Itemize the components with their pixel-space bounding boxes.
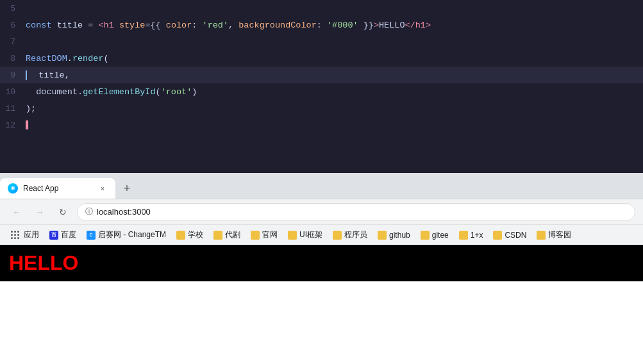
folder-icon-official	[251, 231, 260, 240]
browser-tab[interactable]: ⚛ React App ×	[0, 178, 115, 199]
back-button[interactable]: ←	[8, 203, 26, 221]
bookmark-baidu-label: 百度	[61, 229, 76, 240]
line-content-11: );	[26, 104, 36, 113]
bookmarks-bar: 应用 百 百度 C 启赛网 - ChangeTM 学校 代剧 官网 UI框架	[0, 224, 643, 245]
folder-icon-school	[176, 231, 185, 240]
line-content-12: ▌	[26, 120, 31, 130]
tab-title: React App	[23, 184, 92, 193]
bookmark-github-label: github	[389, 231, 410, 240]
code-line-7: 7	[0, 33, 643, 50]
code-line-9: 9 title,	[0, 67, 643, 83]
bookmark-programmer-label: 程序员	[344, 229, 367, 240]
folder-icon-github	[378, 231, 387, 240]
info-icon: ⓘ	[85, 206, 93, 217]
line-content-9: title,	[26, 70, 70, 80]
code-line-8: 8 ReactDOM.render(	[0, 50, 643, 67]
folder-icon-programmer	[333, 231, 342, 240]
folder-icon-gitee	[421, 231, 430, 240]
line-content-6: const title = <h1 style={{ color: 'red',…	[26, 21, 431, 30]
folder-icon-ui	[288, 231, 297, 240]
bookmark-school-label: 学校	[188, 229, 203, 240]
line-number-6: 6	[0, 21, 26, 30]
page-content-rest	[0, 281, 643, 364]
bookmark-ui[interactable]: UI框架	[283, 228, 327, 242]
code-line-11: 11 );	[0, 100, 643, 117]
folder-icon-blog	[537, 231, 546, 240]
browser-content: HELLO	[0, 245, 643, 364]
baidu-icon: 百	[49, 231, 58, 240]
bookmark-programmer[interactable]: 程序员	[328, 228, 372, 242]
bookmark-1px-label: 1+x	[471, 231, 483, 240]
back-icon: ←	[12, 207, 21, 217]
apps-icon	[10, 229, 21, 241]
folder-icon-1px	[459, 231, 468, 240]
line-number-8: 8	[0, 54, 26, 63]
line-content-8: ReactDOM.render(	[26, 54, 109, 63]
line-number-11: 11	[0, 104, 26, 113]
tab-close-button[interactable]: ×	[97, 183, 108, 194]
forward-icon: →	[35, 207, 44, 217]
bookmark-gitee[interactable]: gitee	[416, 229, 453, 242]
code-line-6: 6 const title = <h1 style={{ color: 'red…	[0, 17, 643, 33]
code-line-12: 12 ▌	[0, 117, 643, 133]
bookmark-drama[interactable]: 代剧	[209, 228, 245, 242]
url-text: localhost:3000	[97, 207, 151, 217]
hello-banner: HELLO	[0, 245, 643, 281]
bookmark-changetm[interactable]: C 启赛网 - ChangeTM	[82, 228, 171, 242]
bookmark-csdn[interactable]: CSDN	[489, 229, 531, 242]
line-number-10: 10	[0, 87, 26, 97]
code-line-10: 10 document.getElementById('root')	[0, 83, 643, 100]
changetm-icon: C	[87, 231, 96, 240]
code-line-5: 5	[0, 0, 643, 17]
new-tab-button[interactable]: +	[118, 179, 136, 197]
reload-button[interactable]: ↻	[54, 203, 72, 221]
bookmark-csdn-label: CSDN	[505, 231, 526, 240]
line-number-9: 9	[0, 70, 26, 80]
folder-icon-csdn	[493, 231, 502, 240]
navigation-bar: ← → ↻ ⓘ localhost:3000	[0, 199, 643, 224]
bookmark-github[interactable]: github	[373, 229, 415, 242]
code-editor: 5 6 const title = <h1 style={{ color: 'r…	[0, 0, 643, 173]
forward-button[interactable]: →	[31, 203, 49, 221]
tab-bar: ⚛ React App × +	[0, 173, 643, 199]
bookmark-changetm-label: 启赛网 - ChangeTM	[98, 229, 166, 240]
bookmark-blog[interactable]: 博客园	[532, 228, 576, 242]
address-bar[interactable]: ⓘ localhost:3000	[77, 203, 635, 221]
reload-icon: ↻	[59, 207, 67, 217]
bookmark-ui-label: UI框架	[299, 229, 322, 240]
bookmark-apps-label: 应用	[24, 229, 39, 240]
folder-icon-drama	[213, 231, 222, 240]
line-number-12: 12	[0, 120, 26, 130]
bookmark-1px[interactable]: 1+x	[455, 229, 488, 242]
bookmark-official-label: 官网	[262, 229, 278, 240]
bookmark-blog-label: 博客园	[548, 229, 571, 240]
bookmark-gitee-label: gitee	[432, 231, 449, 240]
tab-favicon: ⚛	[8, 183, 18, 194]
browser-window: ⚛ React App × + ← → ↻ ⓘ localhost:3000	[0, 173, 643, 364]
line-number-7: 7	[0, 37, 26, 47]
line-number-5: 5	[0, 4, 26, 13]
bookmark-baidu[interactable]: 百 百度	[45, 228, 81, 242]
bookmark-school[interactable]: 学校	[172, 228, 208, 242]
bookmark-official[interactable]: 官网	[246, 228, 282, 242]
bookmark-drama-label: 代剧	[225, 229, 240, 240]
line-content-10: document.getElementById('root')	[26, 87, 197, 97]
bookmark-apps[interactable]: 应用	[5, 228, 44, 243]
hello-text: HELLO	[9, 251, 78, 275]
